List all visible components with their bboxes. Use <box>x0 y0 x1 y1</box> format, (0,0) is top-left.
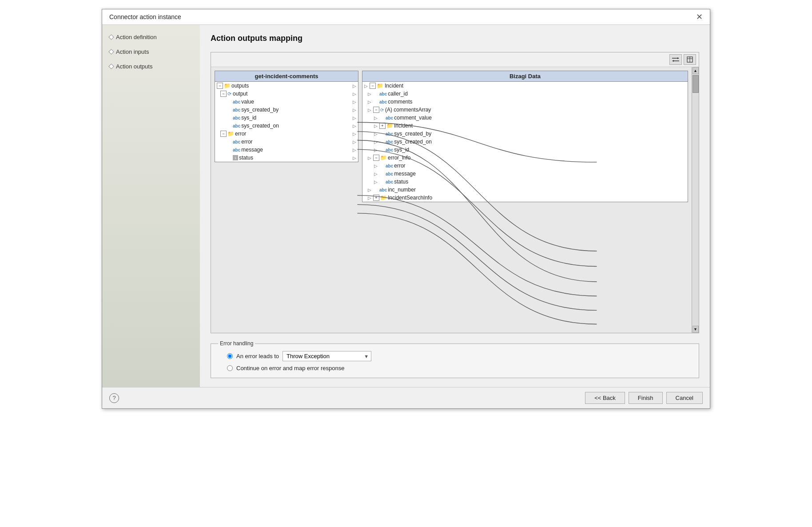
close-button[interactable]: ✕ <box>696 13 703 21</box>
node-label: caller_id <box>388 91 408 97</box>
abc-icon: abc <box>386 164 393 168</box>
tree-item: ▷ + 📁 IncidentSearchInfo <box>362 194 688 202</box>
radio-continue-on-error[interactable] <box>227 365 233 371</box>
abc-icon: abc <box>233 148 240 152</box>
left-arrow-icon: ▷ <box>368 100 371 104</box>
sidebar-item-label-2: Action inputs <box>116 48 149 55</box>
abc-icon: abc <box>386 148 393 152</box>
expand-icon[interactable]: + <box>373 195 379 201</box>
node-label: outputs <box>231 83 249 89</box>
arrow-icon: ▷ <box>353 148 356 152</box>
scroll-down[interactable]: ▼ <box>693 326 699 333</box>
abc-icon: abc <box>386 140 393 144</box>
tree-item: ▷ abc status <box>362 178 688 186</box>
left-arrow-icon: ▷ <box>368 92 371 96</box>
scroll-up[interactable]: ▲ <box>693 67 699 74</box>
node-label: Incident <box>385 83 403 89</box>
radio-group: An error leads to Throw Exception Contin… <box>218 351 692 371</box>
help-button[interactable]: ? <box>109 393 119 403</box>
left-arrow-icon: ▷ <box>364 84 368 88</box>
expand-icon[interactable]: − <box>373 155 379 161</box>
scrollbar[interactable]: ▲ ▼ <box>692 67 699 333</box>
tree-item: abc sys_created_on ▷ <box>215 122 358 130</box>
tree-item: abc value ▷ <box>215 98 358 106</box>
left-arrow-icon: ▷ <box>368 196 371 200</box>
left-arrow-icon: ▷ <box>374 172 378 176</box>
auto-map-button[interactable] <box>669 54 682 65</box>
radio-label-2: Continue on error and map error response <box>236 365 345 371</box>
abc-icon: abc <box>386 172 393 176</box>
left-arrow-icon: ▷ <box>368 156 371 160</box>
scrollbar-thumb[interactable] <box>693 75 699 93</box>
arrow-icon: ▷ <box>353 92 356 96</box>
expand-icon[interactable]: − <box>220 131 227 137</box>
left-panel: get-incident-comments − 📁 outputs ▷ − <box>211 67 362 333</box>
radio-label-1: An error leads to <box>236 353 279 359</box>
tree-item: ▷ abc sys_created_by <box>362 130 688 138</box>
footer-buttons: << Back Finish Cancel <box>585 392 703 404</box>
diamond-icon <box>108 34 114 40</box>
folder-icon: 📁 <box>227 131 234 137</box>
tree-item: ▷ abc comment_value <box>362 114 688 122</box>
sidebar-item-action-outputs[interactable]: Action outputs <box>109 63 193 70</box>
tree-item: ▷ − ⟳ (A) commentsArray <box>362 106 688 114</box>
finish-button[interactable]: Finish <box>629 392 663 404</box>
back-button[interactable]: << Back <box>585 392 625 404</box>
tree-item: − 📁 error ▷ <box>215 130 358 138</box>
tree-item: ▷ abc sys_id <box>362 146 688 154</box>
radio-error-leads-to[interactable] <box>227 353 233 359</box>
error-handling-legend: Error handling <box>218 340 255 347</box>
node-label: inc_number <box>388 187 416 193</box>
tree-item: ▷ + 📁 Incident <box>362 122 688 130</box>
expand-icon[interactable]: − <box>217 83 223 89</box>
abc-icon: abc <box>379 100 387 104</box>
sidebar-item-action-definition[interactable]: Action definition <box>109 34 193 40</box>
error-handling-section: Error handling An error leads to Throw E… <box>211 340 699 378</box>
tree-item: 1 status ▷ <box>215 154 358 162</box>
expand-icon[interactable]: − <box>373 107 379 113</box>
expand-icon[interactable]: − <box>220 91 227 97</box>
abc-icon: abc <box>233 140 240 144</box>
left-arrow-icon: ▷ <box>368 108 371 112</box>
node-label: value <box>241 99 254 105</box>
tree-item: ▷ abc caller_id <box>362 90 688 98</box>
right-panel: Bizagi Data ▷ − 📁 Incident ▷ <box>362 67 692 333</box>
expand-icon[interactable]: + <box>379 123 386 129</box>
radio-item-2: Continue on error and map error response <box>227 365 692 371</box>
cancel-button[interactable]: Cancel <box>666 392 703 404</box>
folder-icon: 📁 <box>380 155 387 161</box>
mapping-outer: get-incident-comments − 📁 outputs ▷ − <box>211 67 699 333</box>
expand-icon[interactable]: − <box>370 83 376 89</box>
node-label: sys_id <box>241 115 256 121</box>
left-arrow-icon: ▷ <box>374 116 378 120</box>
left-arrow-icon: ▷ <box>374 164 378 168</box>
node-label: IncidentSearchInfo <box>388 195 432 201</box>
tree-item: ▷ abc sys_created_on <box>362 138 688 146</box>
sidebar-item-action-inputs[interactable]: Action inputs <box>109 48 193 55</box>
tree-item: ▷ − 📁 error_info <box>362 154 688 162</box>
node-label: comment_value <box>394 115 432 121</box>
table-view-button[interactable] <box>684 54 696 65</box>
dialog-container: Connector action instance ✕ Action defin… <box>102 9 710 409</box>
auto-map-icon <box>672 56 679 63</box>
abc-icon: abc <box>379 92 387 96</box>
tree-item: − ⟳ output ▷ <box>215 90 358 98</box>
throw-exception-dropdown[interactable]: Throw Exception Continue on error <box>283 351 371 361</box>
node-label: sys_created_by <box>241 107 279 113</box>
title-bar: Connector action instance ✕ <box>102 9 710 25</box>
tree-item: ▷ − 📁 Incident <box>362 82 688 90</box>
footer-left: ? <box>109 393 119 403</box>
page-heading: Action outputs mapping <box>211 34 699 43</box>
node-label: error_info <box>388 155 410 161</box>
diamond-icon-3 <box>108 64 114 69</box>
radio-item-1: An error leads to Throw Exception Contin… <box>227 351 692 361</box>
right-tree: Bizagi Data ▷ − 📁 Incident ▷ <box>362 71 688 202</box>
folder-green-icon: 📁 <box>377 83 383 89</box>
folder-icon: 📁 <box>386 123 393 129</box>
node-label: comments <box>388 99 412 105</box>
node-label: Incident <box>394 123 413 129</box>
num-icon: 1 <box>233 155 238 160</box>
node-label: (A) commentsArray <box>385 107 431 113</box>
table-icon <box>687 56 693 63</box>
left-tree-header: get-incident-comments <box>215 71 358 82</box>
